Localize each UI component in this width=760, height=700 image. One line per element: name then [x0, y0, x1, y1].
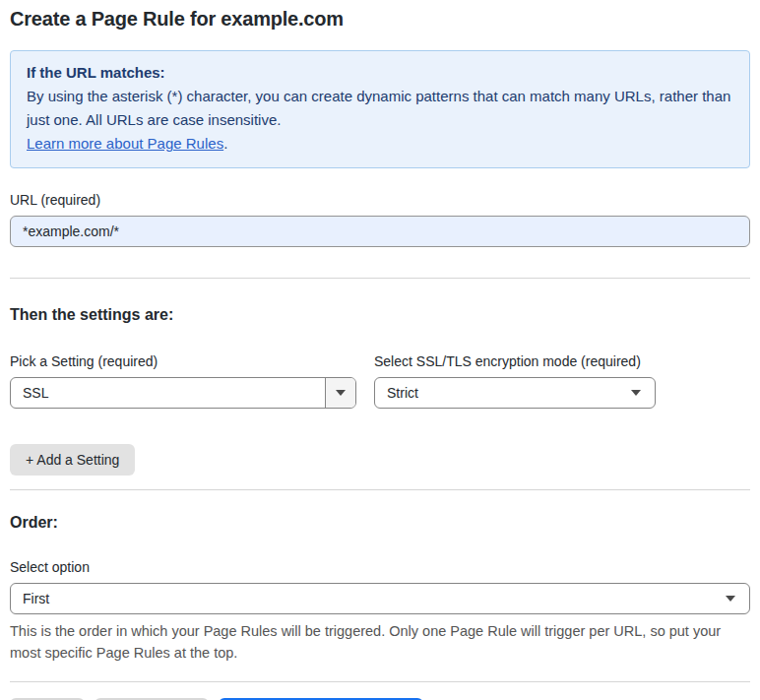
info-box-body: By using the asterisk (*) character, you…	[27, 85, 733, 132]
order-help-text: This is the order in which your Page Rul…	[10, 620, 750, 664]
add-setting-button[interactable]: + Add a Setting	[10, 444, 135, 476]
order-select[interactable]: First	[10, 583, 750, 614]
caret-down-icon	[617, 390, 655, 396]
caret-down-icon	[712, 596, 749, 602]
setting-select-value: SSL	[11, 385, 325, 401]
order-select-value: First	[11, 591, 712, 606]
info-box-link-line: Learn more about Page Rules.	[27, 132, 733, 156]
order-select-label: Select option	[10, 559, 750, 575]
settings-section-heading: Then the settings are:	[10, 306, 750, 324]
settings-selects-row: Pick a Setting (required) SSL Select SSL…	[10, 353, 750, 409]
url-input[interactable]	[10, 216, 750, 247]
caret-down-icon[interactable]	[325, 378, 355, 408]
setting-select[interactable]: SSL	[10, 377, 356, 409]
ssl-mode-select-value: Strict	[375, 385, 617, 401]
divider	[10, 489, 750, 490]
url-match-info-box: If the URL matches: By using the asteris…	[10, 50, 750, 168]
ssl-mode-select-group: Select SSL/TLS encryption mode (required…	[374, 353, 656, 409]
setting-select-group: Pick a Setting (required) SSL	[10, 353, 356, 409]
setting-select-label: Pick a Setting (required)	[10, 353, 356, 369]
create-page-rule-form: Create a Page Rule for example.com If th…	[0, 0, 760, 700]
ssl-mode-select-label: Select SSL/TLS encryption mode (required…	[374, 353, 656, 369]
divider	[10, 278, 750, 279]
url-field-label: URL (required)	[10, 192, 750, 208]
info-box-heading: If the URL matches:	[27, 61, 733, 85]
ssl-mode-select[interactable]: Strict	[374, 377, 656, 409]
link-suffix: .	[223, 135, 227, 152]
divider	[10, 681, 750, 682]
order-section-heading: Order:	[10, 514, 750, 532]
learn-more-link[interactable]: Learn more about Page Rules	[27, 135, 223, 152]
page-title: Create a Page Rule for example.com	[10, 8, 750, 31]
